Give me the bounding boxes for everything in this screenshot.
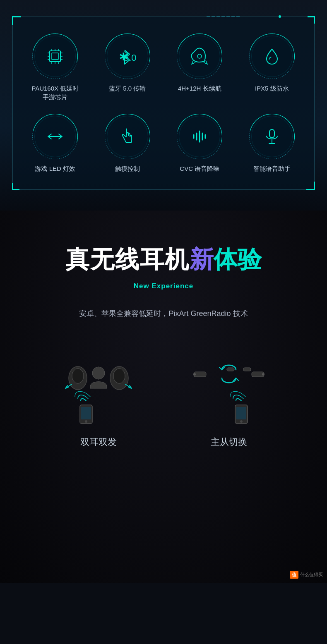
feature-demo-dual-channel: 双耳双发 [33,349,164,448]
watermark-badge: 值 [290,571,298,579]
dual-channel-illustration [55,349,142,428]
features-bottom: 双耳双发 [21,349,306,448]
feature-label-bluetooth: 蓝牙 5.0 传输 [109,84,146,93]
switch-illustration [185,349,272,428]
top-section: PAU160X 低延时 手游芯片 ∗ 5.0 蓝牙 5.0 传输 [0,0,327,211]
feature-item-chip: PAU160X 低延时 手游芯片 [21,34,89,101]
feature-item-voice: 智能语音助手 [238,114,306,173]
feature-label-touch: 触摸控制 [115,164,140,173]
feature-item-battery: 4H+12H 长续航 [166,34,234,101]
corner-decoration-tr [308,16,315,24]
main-title: 真无线耳机新体验 [21,244,306,276]
feature-label-chip: PAU160X 低延时 手游芯片 [31,84,79,101]
feature-circle-noise [177,114,222,159]
corner-decoration-bl [12,183,19,190]
svg-point-40 [240,420,243,423]
subtitle-en: New Experience [21,282,306,290]
svg-point-35 [193,373,196,376]
svg-point-37 [262,373,264,376]
svg-rect-41 [227,368,234,371]
feature-item-touch: 触摸控制 [94,114,162,173]
watermark: 值 什么值得买 [290,571,323,579]
feature-label-led: 游戏 LED 灯效 [35,164,75,173]
feature-circle-chip [32,34,78,79]
feature-circle-touch [105,114,150,159]
top-dot-decoration [279,15,281,18]
feature-label-voice: 智能语音助手 [253,164,291,173]
feature-demo-label-dual: 双耳双发 [80,436,117,448]
svg-point-33 [85,420,87,423]
title-pre: 真无线耳机 [65,246,190,273]
feature-label-battery: 4H+12H 长续航 [178,84,221,93]
feature-demo-label-switch: 主从切换 [211,436,247,448]
feature-label-waterproof: IPX5 级防水 [255,84,289,93]
top-dashes-decoration [207,16,240,17]
svg-rect-42 [243,368,251,371]
feature-item-noise: CVC 语音降噪 [166,114,234,173]
feature-circle-battery [177,34,222,79]
feature-circle-bluetooth: ∗ 5.0 [105,34,150,79]
feature-circle-waterproof [249,34,295,79]
feature-item-waterproof: IPX5 级防水 [238,34,306,101]
svg-point-29 [113,369,125,383]
features-grid: PAU160X 低延时 手游芯片 ∗ 5.0 蓝牙 5.0 传输 [21,34,306,173]
features-panel: PAU160X 低延时 手游芯片 ∗ 5.0 蓝牙 5.0 传输 [12,17,315,190]
feature-demo-switch: 主从切换 [164,349,294,448]
svg-rect-39 [236,407,246,419]
watermark-text: 什么值得买 [300,572,323,578]
feature-label-noise: CVC 语音降噪 [180,164,219,173]
title-new: 新 [190,246,214,273]
description-text: 安卓、苹果全兼容低延时，PixArt GreenRadio 技术 [21,307,306,320]
svg-rect-32 [81,407,91,419]
title-experience: 体验 [214,246,262,273]
feature-circle-voice [249,114,295,159]
svg-point-27 [72,369,84,383]
feature-item-led: 游戏 LED 灯效 [21,114,89,173]
bottom-section: 真无线耳机新体验 New Experience 安卓、苹果全兼容低延时，PixA… [0,211,327,583]
svg-point-30 [92,367,105,379]
feature-circle-led [32,114,78,159]
feature-item-bluetooth: ∗ 5.0 蓝牙 5.0 传输 [94,34,162,101]
